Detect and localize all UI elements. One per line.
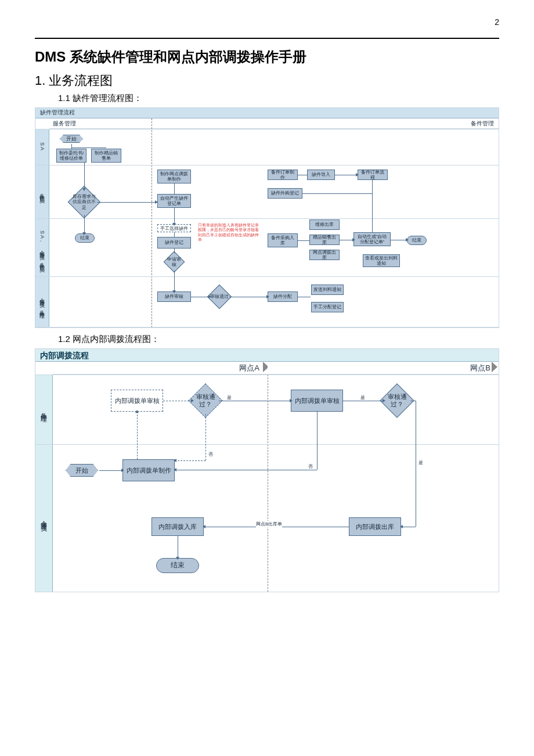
d2-col-b: 网点B	[268, 362, 499, 375]
node-wdout: 网点调拨出库	[309, 250, 340, 260]
d2-title: 内部调拨流程	[35, 351, 89, 360]
end-2: 结束	[407, 236, 427, 245]
end-3: 结束	[156, 558, 199, 573]
lbl-yes-b2: 是	[418, 459, 423, 466]
lbl-yes-a: 是	[227, 394, 232, 401]
node-wt: 制作委托书/维修估价单	[56, 149, 86, 163]
node-jp: 制作精品销售单	[91, 149, 121, 163]
lbl-yes-b1: 是	[360, 394, 365, 401]
sub-1-2: 1.2 网点内部调拨流程图：	[58, 334, 499, 345]
lbl-sheet: 网点B出库单	[256, 521, 282, 527]
dec-pass: 审核通过	[210, 287, 229, 307]
node-audit-a: 内部调拨单审核	[111, 390, 163, 412]
page-number: 2	[495, 17, 499, 27]
d1-col-spare: 备件管理	[151, 118, 499, 129]
diagram-internal-transfer: 内部调拨流程 网点A 网点B 备件经理 仓库管理员 内部调拨单审核 审核通过？ …	[35, 348, 499, 592]
node-in: 备件采购入库	[268, 233, 298, 247]
node-dist: 缺件分配	[268, 291, 298, 302]
node-flow: 备件订单流程	[358, 170, 388, 180]
node-autodist: 自动生成"自动分配登记单"	[353, 232, 391, 246]
lbl-no-a: 否	[208, 451, 213, 458]
node-manual: 手工分配登记	[311, 302, 344, 312]
d2-lane-mgr: 备件经理	[35, 375, 53, 444]
node-in: 内部调拨入库	[151, 517, 204, 536]
section-1: 1. 业务流程图	[35, 72, 499, 89]
node-auto: 自动产生缺件登记单	[157, 194, 191, 208]
d1-lane-sa-mgr: SA、仓库管理员、备件计划员	[35, 219, 49, 276]
node-import: 缺件导入	[307, 170, 335, 180]
node-qjdj: 缺件登记	[157, 237, 191, 249]
dec-pass-a: 审核通过？	[192, 387, 219, 414]
dec-pass-b: 审核通过？	[384, 387, 410, 414]
start-2: 开始	[64, 463, 99, 478]
node-audit-b: 内部调拨单审核	[291, 390, 343, 412]
diagram-shortage-flow: 缺件管理流程 服务管理 备件管理 SA 备件计划员 SA、仓库管理员、备件计划员…	[35, 107, 499, 328]
node-view: 查看或发出到料通知	[363, 254, 400, 267]
sub-1-1: 1.1 缺件管理流程图：	[58, 93, 499, 104]
d2-col-a: 网点A	[53, 362, 268, 375]
d1-title: 缺件管理流程	[35, 108, 499, 118]
d1-lane-plan: 备件计划员	[35, 165, 49, 218]
dec-stock: 库存需求与供应商供不足	[71, 189, 97, 215]
node-notify: 发送到料通知	[311, 285, 344, 295]
start-1: 开始	[59, 134, 84, 144]
top-rule	[35, 38, 499, 39]
node-ext: 缺件外购登记	[268, 188, 302, 199]
node-wd: 制作网点调拨单制作	[157, 170, 191, 183]
node-out: 内部调拨出库	[349, 517, 401, 536]
node-order: 备件订单制作	[268, 170, 298, 180]
d2-lane-wh: 仓库管理员	[35, 445, 53, 592]
red-note: 只有单据的制造人具有缺件登记单权限，并且自己的账号登录才能看到自己手工创建或自动…	[198, 223, 262, 243]
doc-title: DMS 系统缺件管理和网点内部调拨操作手册	[35, 48, 499, 66]
d1-lane-wh: 仓库管理员、备件经理	[35, 277, 49, 327]
dec-apply: 申请审核	[165, 253, 183, 271]
d1-lane-sa: SA	[35, 129, 49, 165]
d1-col-service: 服务管理	[49, 118, 151, 129]
node-wxout: 维修出库	[309, 219, 340, 230]
node-jpout: 精品销售出库	[309, 235, 340, 245]
lbl-no-b: 否	[308, 463, 313, 470]
node-make: 内部调拨单制作	[122, 459, 175, 481]
